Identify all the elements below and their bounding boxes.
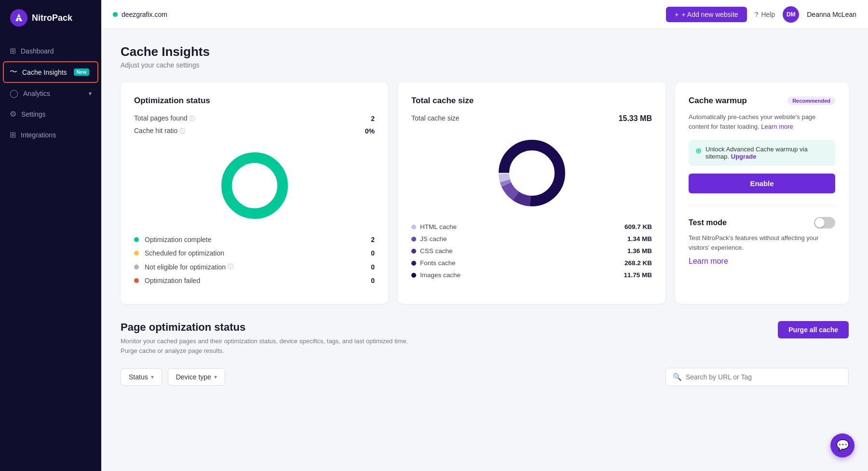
legend-count-complete: 2: [371, 236, 375, 243]
cache-total-value: 15.33 MB: [619, 114, 652, 123]
purge-all-cache-button[interactable]: Purge all cache: [778, 321, 849, 338]
status-filter-button[interactable]: Status ▾: [121, 368, 162, 386]
learn-more-link[interactable]: Learn more: [761, 123, 793, 130]
cache-hit-label: Cache hit ratio ⓘ: [134, 127, 185, 135]
legend-item-failed: Optimization failed 0: [134, 277, 375, 284]
donut-svg: [216, 147, 293, 224]
total-pages-value: 2: [371, 115, 375, 122]
search-icon: 🔍: [673, 373, 682, 381]
user-initials: DM: [787, 11, 796, 18]
chat-button[interactable]: 💬: [830, 433, 854, 458]
chevron-down-icon: ▾: [89, 90, 92, 97]
site-indicator: deezgrafix.com: [113, 11, 167, 18]
chevron-down-icon: ▾: [214, 374, 217, 380]
plus-circle-icon: ⊕: [695, 146, 702, 155]
legend-dot-complete: [134, 237, 139, 242]
optimization-status-card: Optimization status Total pages found ⓘ …: [121, 82, 388, 304]
cache-hit-row: Cache hit ratio ⓘ 0%: [134, 127, 375, 135]
info-icon[interactable]: ⓘ: [179, 128, 185, 135]
add-website-button[interactable]: + + Add new website: [666, 7, 746, 22]
html-cache-size: 609.7 KB: [624, 223, 652, 230]
total-cache-card: Total cache size Total cache size 15.33 …: [398, 82, 665, 304]
legend-dot-failed: [134, 278, 139, 283]
analytics-icon: ◯: [10, 89, 18, 98]
page-title: Cache Insights: [121, 44, 849, 59]
cards-row: Optimization status Total pages found ⓘ …: [121, 82, 849, 304]
fonts-cache-size: 268.2 KB: [624, 259, 652, 267]
filters-row: Status ▾ Device type ▾ 🔍: [121, 368, 849, 386]
upgrade-box: ⊕ Unlock Advanced Cache warmup via sitem…: [689, 140, 835, 166]
page-optimization-section: Page optimization status Monitor your ca…: [121, 321, 849, 386]
page-header: deezgrafix.com + + Add new website ? Hel…: [101, 0, 868, 29]
total-pages-label: Total pages found ⓘ: [134, 114, 195, 123]
legend-dot-not-eligible: [134, 265, 139, 269]
warmup-header: Cache warmup Recommended: [689, 96, 835, 106]
js-cache-size: 1.34 MB: [627, 235, 652, 242]
info-icon[interactable]: ⓘ: [189, 115, 195, 122]
cache-total-label: Total cache size: [411, 114, 460, 123]
cache-insights-icon: 〜: [10, 67, 17, 77]
help-label: Help: [761, 11, 775, 18]
optimization-donut-chart: [134, 147, 375, 224]
sidebar-item-analytics[interactable]: ◯ Analytics ▾: [0, 83, 101, 104]
legend-item-scheduled: Scheduled for optimization 0: [134, 249, 375, 257]
plus-icon: +: [675, 11, 678, 18]
test-mode-title: Test mode: [689, 218, 727, 227]
cache-hit-value: 0%: [365, 127, 375, 135]
toggle-knob: [815, 218, 825, 228]
site-status-dot: [113, 12, 118, 17]
cache-legend: HTML cache 609.7 KB JS cache 1.34 MB: [411, 223, 652, 279]
sidebar-item-cache-insights[interactable]: 〜 Cache Insights New: [4, 62, 97, 82]
recommended-badge: Recommended: [787, 96, 835, 105]
help-button[interactable]: ? Help: [755, 11, 775, 18]
cache-total-row: Total cache size 15.33 MB: [411, 114, 652, 123]
device-type-filter-label: Device type: [176, 373, 211, 381]
cache-dot-css: [411, 249, 416, 254]
section-title: Page optimization status: [121, 321, 408, 334]
header-right: + + Add new website ? Help DM Deanna McL…: [666, 6, 856, 23]
sidebar-logo: NitroPack: [0, 0, 101, 36]
cache-legend-js: JS cache 1.34 MB: [411, 235, 652, 242]
info-icon[interactable]: ⓘ: [228, 263, 233, 271]
upgrade-text: Unlock Advanced Cache warmup via sitemap…: [705, 146, 828, 160]
new-badge: New: [74, 68, 90, 76]
sidebar-item-label: Analytics: [23, 90, 50, 97]
test-mode-section: Test mode Test NitroPack's features with…: [689, 205, 835, 266]
sidebar-item-label: Integrations: [21, 131, 56, 139]
enable-button[interactable]: Enable: [689, 174, 835, 193]
cache-legend-fonts: Fonts cache 268.2 KB: [411, 259, 652, 267]
upgrade-link[interactable]: Upgrade: [731, 153, 757, 160]
add-website-label: + Add new website: [682, 11, 738, 18]
search-input[interactable]: [686, 373, 841, 381]
sidebar-item-dashboard[interactable]: ⊞ Dashboard: [0, 40, 101, 61]
sidebar-item-settings[interactable]: ⚙ Settings: [0, 104, 101, 124]
search-box: 🔍: [665, 368, 849, 386]
test-mode-toggle[interactable]: [814, 217, 835, 229]
user-avatar: DM: [783, 6, 799, 23]
sidebar: NitroPack ⊞ Dashboard 〜 Cache Insights N…: [0, 0, 101, 471]
total-cache-title: Total cache size: [411, 96, 652, 106]
test-mode-learn-more[interactable]: Learn more: [689, 257, 728, 265]
optimization-legend: Optimization complete 2 Scheduled for op…: [134, 236, 375, 284]
user-name: Deanna McLean: [807, 11, 856, 18]
section-desc: Monitor your cached pages and their opti…: [121, 336, 408, 355]
settings-icon: ⚙: [10, 109, 16, 119]
device-type-filter-button[interactable]: Device type ▾: [168, 368, 225, 386]
page-subtitle: Adjust your cache settings: [121, 61, 849, 69]
legend-dot-scheduled: [134, 251, 139, 256]
images-cache-size: 11.75 MB: [624, 271, 652, 279]
chevron-down-icon: ▾: [151, 374, 154, 380]
legend-count-failed: 0: [371, 277, 375, 284]
css-cache-size: 1.36 MB: [627, 247, 652, 255]
status-filter-label: Status: [129, 373, 148, 381]
sidebar-navigation: ⊞ Dashboard 〜 Cache Insights New ◯ Analy…: [0, 36, 101, 150]
warmup-title: Cache warmup: [689, 96, 747, 106]
test-mode-header: Test mode: [689, 217, 835, 229]
help-icon: ?: [755, 11, 759, 18]
legend-item-complete: Optimization complete 2: [134, 236, 375, 243]
dashboard-icon: ⊞: [10, 46, 16, 55]
svg-point-2: [227, 158, 283, 214]
sidebar-item-integrations[interactable]: ⊞ Integrations: [0, 124, 101, 145]
legend-item-not-eligible: Not eligible for optimization ⓘ 0: [134, 263, 375, 271]
cache-legend-html: HTML cache 609.7 KB: [411, 223, 652, 230]
